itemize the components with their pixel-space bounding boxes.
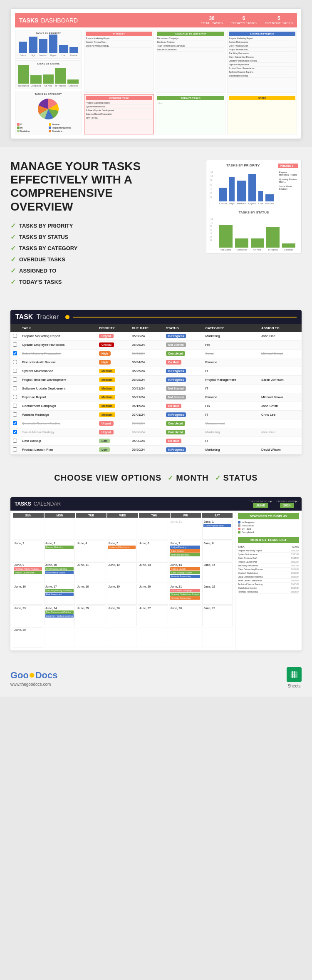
row-checkbox-2[interactable] — [13, 351, 17, 355]
monthly-task-item: Stakeholder Meeting06/28/24 — [238, 586, 299, 590]
assignee: John Doe — [259, 332, 302, 341]
row-checkbox-11[interactable] — [13, 430, 17, 434]
day-sat: SAT — [202, 513, 233, 518]
overdue-tasks-stat: 5 OVERDUE TASKS — [265, 15, 293, 25]
status-badge: Not Started — [166, 395, 186, 399]
monthly-task-item: Quarterly Stakeholder06/17/24 — [238, 571, 299, 575]
year-control[interactable]: CHOOSE YEAR ▶ 2024 — [276, 500, 297, 508]
status-notstarted: Not Started — [238, 524, 299, 527]
view-options-prefix: CHOOSE VIEW OPTIONS — [54, 473, 161, 483]
cal-status-list: In Progress Not Started On Hold Complete… — [238, 521, 299, 533]
cal-day-20: June, 20 — [138, 584, 168, 605]
sheets-label: Sheets — [287, 684, 300, 688]
row-checkbox-12[interactable] — [13, 439, 17, 443]
monthly-task-item: System Maintenance05/25/24 — [238, 553, 299, 556]
row-checkbox-13[interactable] — [13, 447, 17, 452]
row-checkbox-8[interactable] — [13, 404, 17, 408]
assignee — [259, 384, 302, 393]
monthly-task-item: Team Leader Certification06/24/24 — [238, 579, 299, 583]
row-checkbox-1[interactable] — [13, 342, 17, 347]
marketing-features-list: ✓TASKS BY PRIORITY ✓TASKS BY STATUS ✓TAS… — [10, 222, 198, 286]
cal-day-15: June, 15 — [202, 562, 233, 583]
status-badge: In Progress — [166, 369, 186, 373]
category: Management — [203, 419, 259, 428]
priority-badge: High — [99, 360, 111, 365]
priority-badge: High — [99, 351, 111, 356]
cal-day-11: June, 11 — [76, 562, 106, 583]
cal-day-19: June, 19 — [107, 584, 137, 605]
row-checkbox-9[interactable] — [13, 412, 17, 417]
task-name: Social Media Strategy — [20, 428, 97, 437]
day-tue: TUE — [76, 513, 106, 518]
priority-badge: Medium — [99, 412, 115, 417]
status-badge: In Progress — [166, 412, 186, 417]
panel-notes-header: NOTES — [229, 96, 295, 100]
cal-empty-end6 — [202, 627, 233, 648]
category-chart-title: TASKS BY CATEGORY — [17, 93, 79, 95]
dash-title-dashboard: DASHBOARD — [41, 17, 78, 24]
overdue-tasks-value: 5 — [265, 15, 293, 21]
row-checkbox-4[interactable] — [13, 369, 17, 373]
row-checkbox-10[interactable] — [13, 421, 17, 425]
feature-today: ✓TODAY'S TASKS — [10, 278, 198, 286]
category-chart-box: TASKS BY CATEGORY IT Finance HR Project … — [15, 91, 82, 134]
monthly-task-item: The Filing Preparation06/10/24 — [238, 564, 299, 568]
bar-routine-label: Routine — [70, 54, 77, 57]
view-option-month: ✓ MONTH — [168, 473, 208, 483]
due-date: 05/30/24 — [129, 437, 163, 445]
cal-day-5: June, 5 Systems & Employee... — [107, 541, 137, 561]
checkmark-status-icon: ✓ — [215, 474, 221, 482]
category: Project Management — [203, 375, 259, 384]
panel-priority: PRIORITY Prepare Marketing Report Quanti… — [84, 30, 154, 93]
task-name: Data Backup — [20, 437, 97, 445]
priority-chart-title: TASKS BY PRIORITY — [17, 32, 79, 35]
calendar-grid-area: SUN MON TUE WED THU FRI SAT June, — [10, 511, 235, 650]
cal-empty-end2 — [76, 627, 106, 648]
monthly-tasks-container: Prepare Marketing Report05/30/24System M… — [238, 549, 299, 594]
footer-section: Goo●Docs www.thegoodocs.com Sheets — [0, 659, 312, 697]
status-badge: On Hold — [166, 404, 181, 408]
cal-day-18: June, 18 — [76, 584, 106, 605]
row-checkbox-3[interactable] — [13, 360, 17, 364]
category: HR — [203, 402, 259, 410]
logo-goo: Goo — [10, 670, 29, 680]
status-badge: In Progress — [166, 334, 186, 338]
feature-overdue: ✓OVERDUE TASKS — [10, 256, 198, 263]
assignee — [259, 340, 302, 349]
monthly-tasks-list: MONTHLY TASKS LIST TASKDATE Prepare Mark… — [238, 537, 299, 594]
due-date: 05/28/24 — [129, 375, 163, 384]
panel-overdue: OVERDUE TASK Prepare Marketing Report Sy… — [84, 94, 154, 135]
month-control[interactable]: CHOOSE MONTH ▶ JUNE — [249, 500, 272, 508]
col-priority: PRIORITY — [97, 324, 129, 332]
table-row: Website Redesign Medium 07/01/24 In Prog… — [10, 410, 302, 419]
col-status: STATUS — [163, 324, 203, 332]
row-checkbox-0[interactable] — [13, 334, 17, 338]
priority-chart-box: TASKS BY PRIORITY Critical High Medium — [15, 30, 82, 59]
table-row: Social Media Strategy Urgent 05/30/24 Co… — [10, 428, 302, 437]
row-checkbox-6[interactable] — [13, 386, 17, 390]
panel-status-header: STATUS In Progress — [229, 32, 295, 36]
cal-day-26: June, 26 — [107, 605, 137, 626]
cal-day-25: June, 25 — [76, 605, 106, 626]
cal-empty-end4 — [138, 627, 168, 648]
table-row: System Maintenance Medium 05/25/24 In Pr… — [10, 367, 302, 375]
total-tasks-value: 36 — [201, 15, 223, 21]
bar-critical-fill — [19, 42, 27, 53]
cal-day-24: June, 24 Data Governance&Policies Custom… — [44, 605, 75, 626]
marketing-section: MANAGE YOUR TASKS EFFECTIVELY WITH A COM… — [0, 147, 312, 302]
cal-title-calendar: CALENDAR — [34, 501, 61, 507]
row-checkbox-5[interactable] — [13, 377, 17, 382]
day-wed: WED — [107, 513, 138, 518]
category: IT — [203, 367, 259, 375]
cal-empty-5 — [138, 519, 168, 540]
assignee: David Wilson — [259, 445, 302, 454]
logo-url: www.thegoodocs.com — [10, 682, 58, 687]
cal-day-9: June, 9 Financial Activity Analysis Prod… — [13, 562, 43, 583]
row-checkbox-7[interactable] — [13, 395, 17, 399]
priority-badge: Medium — [99, 395, 115, 399]
task-name: Recruitment Campaign — [20, 402, 97, 410]
cal-empty-end — [44, 627, 75, 648]
day-thu: THU — [139, 513, 170, 518]
priority-badge: Low — [99, 447, 110, 452]
task-name: Prepare Marketing Report — [20, 332, 97, 341]
